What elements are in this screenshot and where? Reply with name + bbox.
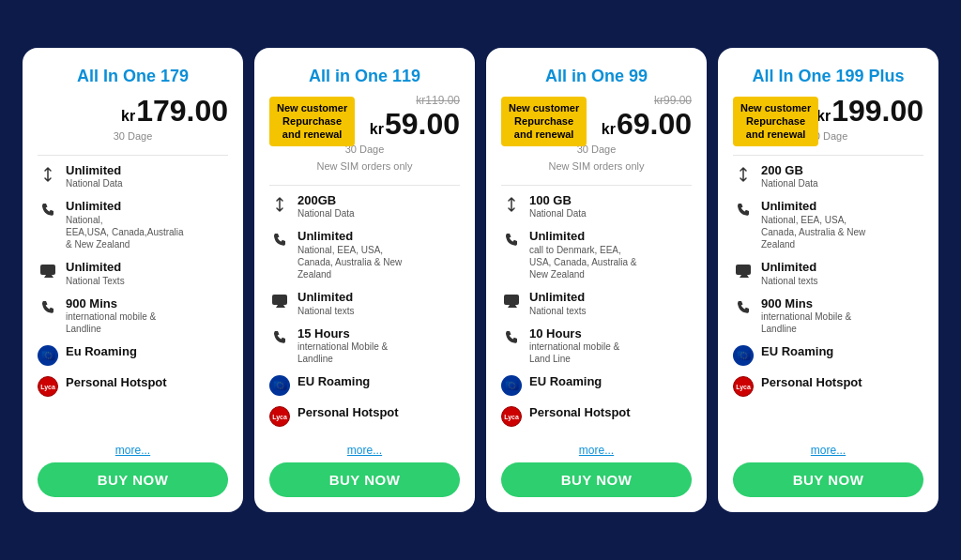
plan-card-4: All In One 199 PlusNew customer Repurcha… <box>718 48 938 512</box>
feature-text: 900 Minsinternational mobile & Landline <box>66 296 156 336</box>
feature-main: 15 Hours <box>297 326 388 341</box>
feature-list: UnlimitedNational Data UnlimitedNational… <box>38 163 228 436</box>
data-icon <box>38 164 58 185</box>
feature-sub: international mobile & Landline <box>66 310 156 335</box>
promo-badge: New customer Repurchase and renewal <box>733 97 818 146</box>
feature-text: UnlimitedNational Data <box>66 163 123 190</box>
more-link[interactable]: more... <box>269 444 460 457</box>
original-price: kr119.00 <box>416 94 460 107</box>
feature-text: UnlimitedNational, EEA, USA, Canada, Aus… <box>297 229 402 280</box>
data-icon <box>269 194 290 215</box>
price-value: 199.00 <box>831 94 923 129</box>
feature-main: Personal Hotspot <box>66 375 167 390</box>
svg-rect-1 <box>272 295 287 305</box>
feature-sub: National, EEA, USA, Canada, Australia & … <box>297 244 402 280</box>
feature-text: EU Roaming <box>297 374 370 389</box>
phone-icon <box>501 327 522 348</box>
buy-now-button[interactable]: BUY NOW <box>733 462 923 497</box>
feature-sub: international mobile & Land Line <box>529 341 619 365</box>
currency-label: kr <box>121 108 135 125</box>
original-price: kr99.00 <box>654 94 692 107</box>
feature-main: EU Roaming <box>761 344 833 359</box>
feature-sub: international Mobile & Landline <box>761 310 851 335</box>
feature-text: Eu Roaming <box>66 344 137 359</box>
phone-icon <box>269 327 290 348</box>
feature-main: 200GB <box>297 193 355 208</box>
message-icon <box>501 291 522 311</box>
plan-card-3: All in One 99New customer Repurchase and… <box>486 48 707 512</box>
feature-main: Personal Hotspot <box>529 405 631 420</box>
card-title: All In One 179 <box>38 67 228 86</box>
feature-main: Unlimited <box>529 290 587 305</box>
feature-text: 900 Minsinternational Mobile & Landline <box>761 296 851 336</box>
phone-icon <box>733 297 754 318</box>
feature-item: 900 Minsinternational Mobile & Landline <box>733 296 923 336</box>
feature-text: Personal Hotspot <box>761 375 862 390</box>
feature-text: UnlimitedNational texts <box>529 290 587 317</box>
feature-main: Unlimited <box>529 229 637 244</box>
feature-text: 100 GBNational Data <box>529 193 587 220</box>
feature-text: UnlimitedNational, EEA,USA, Canada,Austr… <box>66 199 184 250</box>
currency-label: kr <box>602 121 616 138</box>
current-price: kr69.00 <box>602 107 692 142</box>
price-period: 30 Dage <box>38 130 228 142</box>
message-icon <box>269 291 290 311</box>
feature-main: Unlimited <box>66 163 123 178</box>
price-note: New SIM orders only <box>501 160 692 172</box>
phone-icon <box>38 200 58 220</box>
feature-item: 10 Hoursinternational mobile & Land Line <box>501 326 692 366</box>
current-price: kr179.00 <box>121 94 228 129</box>
feature-sub: National texts <box>761 275 818 287</box>
feature-text: Personal Hotspot <box>529 405 631 420</box>
lyca-icon: Lyca <box>501 406 522 427</box>
eu-flag-icon: 🇪🇺 <box>269 375 290 396</box>
feature-item: UnlimitedNational texts <box>501 290 692 317</box>
card-title: All in One 119 <box>269 67 460 86</box>
feature-main: Unlimited <box>761 260 818 275</box>
eu-flag-icon: 🇪🇺 <box>733 345 754 366</box>
currency-label: kr <box>816 108 831 125</box>
feature-item: UnlimitedNational, EEA, USA, Canada, Aus… <box>733 199 923 250</box>
feature-sub: call to Denmark, EEA, USA, Canada, Austr… <box>529 244 637 280</box>
feature-item: 15 Hoursinternational Mobile & Landline <box>269 326 460 366</box>
feature-sub: National, EEA,USA, Canada,Australia & Ne… <box>66 214 184 250</box>
feature-item: UnlimitedNational texts <box>733 260 923 287</box>
feature-text: 200 GBNational Data <box>761 163 818 190</box>
buy-now-button[interactable]: BUY NOW <box>501 462 692 497</box>
feature-text: UnlimitedNational texts <box>761 260 818 287</box>
more-link[interactable]: more... <box>501 444 692 457</box>
feature-main: EU Roaming <box>297 374 370 389</box>
more-link[interactable]: more... <box>733 444 923 457</box>
feature-main: 900 Mins <box>66 296 156 311</box>
feature-sub: National Data <box>529 207 587 219</box>
eu-flag-icon: 🇪🇺 <box>501 375 522 396</box>
feature-sub: National Data <box>297 207 355 219</box>
feature-text: Personal Hotspot <box>66 375 167 390</box>
feature-sub: international Mobile & Landline <box>297 341 388 365</box>
buy-now-button[interactable]: BUY NOW <box>269 462 460 497</box>
feature-item: 100 GBNational Data <box>501 193 692 220</box>
feature-item: LycaPersonal Hotspot <box>733 375 923 397</box>
feature-main: Unlimited <box>761 199 865 214</box>
buy-now-button[interactable]: BUY NOW <box>38 462 228 497</box>
feature-main: Unlimited <box>297 229 402 244</box>
feature-sub: National, EEA, USA, Canada, Australia & … <box>761 214 865 250</box>
feature-main: 900 Mins <box>761 296 851 311</box>
more-link[interactable]: more... <box>38 444 228 457</box>
feature-item: 🇪🇺Eu Roaming <box>38 344 228 366</box>
promo-badge: New customer Repurchase and renewal <box>269 97 355 146</box>
price-note: New SIM orders only <box>269 160 460 172</box>
feature-main: Personal Hotspot <box>761 375 862 390</box>
feature-sub: National Texts <box>66 275 125 287</box>
phone-icon <box>269 230 290 250</box>
feature-text: EU Roaming <box>761 344 833 359</box>
lyca-icon: Lyca <box>269 406 290 427</box>
feature-text: EU Roaming <box>529 374 602 389</box>
feature-text: UnlimitedNational Texts <box>66 260 125 287</box>
feature-sub: National texts <box>529 305 587 317</box>
plan-card-1: All In One 179kr179.0030 Dage UnlimitedN… <box>23 48 243 512</box>
feature-item: LycaPersonal Hotspot <box>38 375 228 397</box>
currency-label: kr <box>370 121 384 138</box>
feature-item: Unlimitedcall to Denmark, EEA, USA, Cana… <box>501 229 692 280</box>
feature-item: LycaPersonal Hotspot <box>269 405 460 427</box>
